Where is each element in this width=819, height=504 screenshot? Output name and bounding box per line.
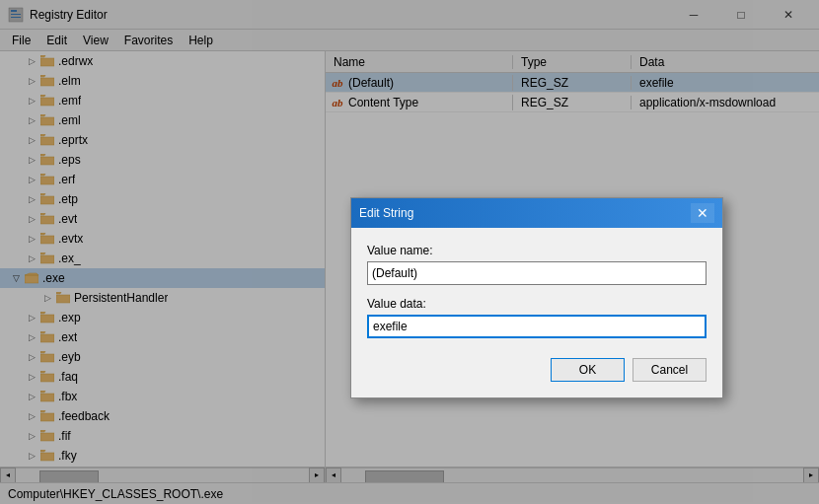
cancel-button[interactable]: Cancel [633, 358, 707, 382]
dialog-overlay: Edit String ✕ Value name: Value data: OK… [0, 0, 819, 504]
dialog-title-bar: Edit String ✕ [351, 198, 722, 228]
value-data-input[interactable] [367, 315, 707, 338]
dialog-close-button[interactable]: ✕ [691, 203, 714, 223]
dialog-title: Edit String [359, 206, 413, 220]
ok-button[interactable]: OK [551, 358, 625, 382]
value-data-label: Value data: [367, 297, 707, 311]
value-name-label: Value name: [367, 244, 707, 257]
edit-string-dialog: Edit String ✕ Value name: Value data: OK… [350, 197, 723, 398]
value-name-input[interactable] [367, 261, 707, 285]
dialog-body: Value name: Value data: OK Cancel [351, 228, 722, 397]
dialog-buttons: OK Cancel [367, 358, 707, 382]
